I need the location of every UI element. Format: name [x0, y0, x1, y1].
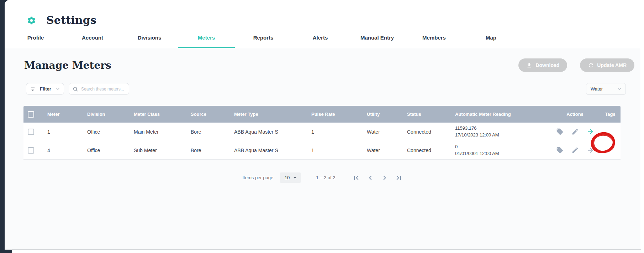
section-title: Manage Meters: [24, 60, 111, 71]
utility-filter-select[interactable]: Water: [586, 83, 626, 95]
cell-source: Bore: [191, 148, 234, 153]
chevron-left-icon: [366, 174, 375, 182]
search-icon: [73, 86, 78, 92]
tab-map[interactable]: Map: [463, 27, 519, 48]
cell-pulse-rate: 1: [311, 129, 367, 135]
column-header-actions: Actions: [550, 112, 600, 117]
app-header: Settings: [5, 0, 641, 27]
table-header-row: Meter Division Meter Class Source Meter …: [23, 106, 621, 123]
caret-down-icon: [292, 175, 298, 181]
tab-manual-entry[interactable]: Manual Entry: [349, 27, 406, 48]
cell-status: Connected: [407, 129, 455, 135]
items-per-page-select[interactable]: 10: [280, 172, 301, 183]
app-window: Settings Profile Account Divisions Meter…: [5, 0, 641, 250]
cell-meter: 1: [47, 129, 87, 135]
column-header-tags: Tags: [600, 112, 621, 117]
cell-meter-type: ABB Aqua Master S: [234, 148, 311, 153]
tag-icon: [556, 146, 564, 154]
details-action-button[interactable]: [587, 128, 594, 135]
tab-divisions[interactable]: Divisions: [121, 27, 178, 48]
items-per-page-label: Items per page:: [242, 175, 274, 180]
paginator: Items per page: 10 1 – 2 of 2: [5, 172, 641, 183]
tab-reports[interactable]: Reports: [235, 27, 292, 48]
utility-filter-value: Water: [591, 86, 603, 92]
cell-meter-type: ABB Aqua Master S: [234, 129, 311, 135]
chevron-down-icon: [56, 87, 60, 91]
download-icon: [526, 62, 532, 68]
filter-label: Filter: [40, 86, 51, 92]
chevron-down-icon: [617, 87, 621, 91]
column-header-meter-type: Meter Type: [234, 112, 311, 117]
tab-alerts[interactable]: Alerts: [292, 27, 349, 48]
details-action-button[interactable]: [587, 146, 594, 154]
cell-division: Office: [87, 129, 134, 135]
cell-utility: Water: [367, 129, 407, 135]
search-box: [69, 83, 129, 95]
column-header-meter: Meter: [47, 112, 87, 117]
column-header-status: Status: [407, 112, 455, 117]
cell-source: Bore: [191, 129, 234, 135]
update-amr-button-label: Update AMR: [597, 62, 627, 68]
meters-table: Meter Division Meter Class Source Meter …: [23, 106, 621, 160]
column-header-utility: Utility: [367, 112, 407, 117]
filter-icon: [30, 87, 35, 92]
arrow-right-icon: [587, 128, 594, 135]
tab-profile[interactable]: Profile: [7, 27, 64, 48]
prev-page-button[interactable]: [366, 174, 375, 182]
first-page-icon: [352, 174, 360, 182]
download-button-label: Download: [535, 62, 559, 68]
cell-division: Office: [87, 148, 134, 153]
cell-meter: 4: [47, 148, 87, 153]
column-header-source: Source: [191, 112, 234, 117]
next-page-button[interactable]: [380, 174, 389, 182]
refresh-icon: [588, 62, 594, 68]
search-input[interactable]: [81, 87, 124, 92]
tab-meters[interactable]: Meters: [178, 27, 235, 48]
download-button[interactable]: Download: [518, 58, 567, 72]
pencil-icon: [571, 146, 579, 154]
table-row-meter-4: 4 Office Sub Meter Bore ABB Aqua Master …: [23, 141, 621, 160]
tab-account[interactable]: Account: [64, 27, 121, 48]
row-checkbox[interactable]: [28, 147, 34, 154]
tab-members[interactable]: Members: [406, 27, 463, 48]
cell-status: Connected: [407, 148, 455, 153]
chevron-right-icon: [380, 174, 389, 182]
tag-icon: [556, 128, 564, 135]
page-title: Settings: [46, 14, 96, 26]
column-header-pulse-rate: Pulse Rate: [311, 112, 367, 117]
amr-reading: 0: [455, 144, 499, 150]
edit-action-button[interactable]: [571, 128, 579, 135]
column-header-meter-class: Meter Class: [134, 112, 191, 117]
edit-action-button[interactable]: [571, 146, 579, 154]
amr-timestamp: 01/01/0001 12:00 AM: [455, 150, 499, 157]
amr-reading: 11593.176: [455, 125, 499, 132]
gear-icon: [27, 16, 36, 25]
row-checkbox[interactable]: [28, 129, 34, 135]
update-amr-button[interactable]: Update AMR: [580, 58, 634, 72]
amr-timestamp: 17/10/2023 12:00 AM: [455, 132, 499, 139]
last-page-button[interactable]: [395, 174, 403, 182]
cell-utility: Water: [367, 148, 407, 153]
cell-meter-class: Main Meter: [134, 129, 191, 135]
tag-action-button[interactable]: [556, 146, 564, 154]
first-page-button[interactable]: [352, 174, 360, 182]
select-all-checkbox[interactable]: [28, 111, 34, 118]
arrow-right-icon: [587, 146, 594, 154]
cell-meter-class: Sub Meter: [134, 148, 191, 153]
page-range-label: 1 – 2 of 2: [316, 175, 335, 180]
cell-pulse-rate: 1: [311, 148, 367, 153]
items-per-page-value: 10: [285, 175, 290, 180]
last-page-icon: [395, 174, 403, 182]
filter-dropdown[interactable]: Filter: [26, 83, 64, 95]
meters-content: Manage Meters Download Update AMR: [5, 48, 641, 249]
pencil-icon: [571, 128, 579, 135]
settings-tab-bar: Profile Account Divisions Meters Reports…: [5, 27, 641, 48]
column-header-amr: Automatic Meter Reading: [455, 112, 550, 117]
column-header-division: Division: [87, 112, 134, 117]
table-row-meter-1: 1 Office Main Meter Bore ABB Aqua Master…: [23, 123, 621, 141]
tag-action-button[interactable]: [556, 128, 564, 135]
